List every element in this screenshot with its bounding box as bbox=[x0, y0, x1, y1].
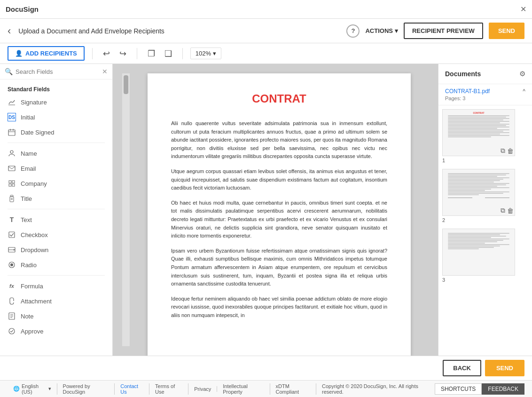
paste-button[interactable]: ❑ bbox=[162, 47, 175, 61]
globe-icon: 🌐 bbox=[13, 386, 20, 392]
field-note[interactable]: Note bbox=[0, 309, 112, 324]
field-label: Dropdown bbox=[21, 246, 48, 254]
field-label: Note bbox=[21, 313, 33, 320]
footer: 🌐 English (US) ▾ Powered by DocuSign Con… bbox=[0, 380, 532, 397]
thumbnail-3: 3 bbox=[442, 229, 528, 283]
left-sidebar: 🔍 ✕ Standard Fields Signature DS Initial bbox=[0, 64, 113, 356]
field-radio[interactable]: Radio bbox=[0, 257, 112, 272]
thumb-image-3[interactable] bbox=[442, 229, 515, 276]
add-recipients-button[interactable]: 👤 ADD RECIPIENTS bbox=[8, 46, 85, 61]
gear-icon[interactable]: ⚙ bbox=[519, 70, 525, 78]
feedback-button[interactable]: FEEDBACK bbox=[482, 383, 524, 395]
recipient-preview-button[interactable]: RECIPIENT PREVIEW bbox=[404, 23, 483, 39]
back-button[interactable]: ‹ bbox=[8, 25, 11, 37]
documents-title: Documents bbox=[445, 70, 481, 78]
checkbox-icon bbox=[8, 230, 16, 239]
zoom-control[interactable]: 102% ▾ bbox=[190, 48, 221, 59]
field-label: Company bbox=[21, 180, 47, 187]
close-icon[interactable]: ✕ bbox=[520, 5, 526, 14]
page-count: Pages: 3 bbox=[445, 95, 525, 101]
toolbar-divider-1 bbox=[92, 48, 93, 59]
field-dropdown[interactable]: Dropdown bbox=[0, 242, 112, 257]
paragraph-2: Utque aegrum corpus quassari etiam levib… bbox=[171, 167, 387, 192]
thumb-image-2[interactable]: ⧉ 🗑 bbox=[442, 169, 515, 216]
footer-copyright: Copyright © 2020 DocuSign, Inc. All righ… bbox=[316, 383, 435, 395]
thumb-number-1: 1 bbox=[442, 158, 528, 163]
date-icon bbox=[8, 128, 16, 136]
field-divider-3 bbox=[8, 275, 105, 276]
svg-rect-6 bbox=[8, 166, 15, 171]
svg-point-24 bbox=[9, 328, 15, 334]
footer-contact[interactable]: Contact Us bbox=[115, 383, 149, 395]
search-close-icon[interactable]: ✕ bbox=[102, 68, 108, 75]
help-button[interactable]: ? bbox=[346, 24, 360, 38]
svg-rect-15 bbox=[9, 232, 15, 238]
email-icon bbox=[8, 164, 16, 173]
title-icon bbox=[8, 194, 16, 203]
field-signature[interactable]: Signature bbox=[0, 95, 112, 110]
thumbnails-list: CONTRAT ⧉ bbox=[438, 105, 532, 356]
note-icon bbox=[8, 312, 16, 320]
field-name[interactable]: Name bbox=[0, 146, 112, 161]
doc-file-item: CONTRAT-B1.pdf ^ Pages: 3 bbox=[438, 84, 532, 105]
text-icon: T bbox=[8, 215, 16, 224]
file-name[interactable]: CONTRAT-B1.pdf bbox=[445, 88, 490, 95]
file-name-row: CONTRAT-B1.pdf ^ bbox=[445, 88, 525, 95]
copy-button[interactable]: ❐ bbox=[145, 47, 158, 61]
field-checkbox[interactable]: Checkbox bbox=[0, 227, 112, 242]
field-text[interactable]: T Text bbox=[0, 212, 112, 227]
scroll-track[interactable] bbox=[122, 73, 130, 346]
attachment-icon bbox=[8, 297, 16, 305]
footer-terms[interactable]: Terms of Use bbox=[149, 383, 188, 395]
thumb-content-3 bbox=[443, 229, 515, 275]
collapse-icon[interactable]: ^ bbox=[523, 88, 525, 95]
field-divider-1 bbox=[8, 143, 105, 143]
field-approve[interactable]: Approve bbox=[0, 324, 112, 339]
footer-ip[interactable]: Intellectual Property bbox=[217, 383, 270, 395]
back-button-bottom[interactable]: BACK bbox=[443, 360, 481, 376]
toolbar-divider-2 bbox=[137, 48, 137, 59]
send-button-top[interactable]: SEND bbox=[489, 23, 524, 39]
thumb-copy-1[interactable]: ⧉ bbox=[501, 147, 505, 155]
send-button-bottom[interactable]: SEND bbox=[485, 360, 524, 376]
title-bar-left: DocuSign bbox=[6, 5, 39, 13]
redo-button[interactable]: ↪ bbox=[117, 47, 129, 61]
actions-button[interactable]: ACTIONS ▾ bbox=[365, 27, 398, 34]
footer-privacy[interactable]: Privacy bbox=[188, 386, 217, 392]
field-date-signed[interactable]: Date Signed bbox=[0, 125, 112, 140]
initial-icon: DS bbox=[8, 113, 16, 121]
field-title[interactable]: Title bbox=[0, 191, 112, 206]
paragraph-4: Ipsam vero urbem Byzantiorum fuisse refe… bbox=[171, 247, 387, 288]
undo-button[interactable]: ↩ bbox=[100, 47, 113, 61]
thumbnail-1: CONTRAT ⧉ bbox=[442, 109, 528, 163]
main-area: 🔍 ✕ Standard Fields Signature DS Initial bbox=[0, 64, 532, 356]
shortcuts-button[interactable]: SHORTCUTS bbox=[435, 383, 482, 395]
field-label: Approve bbox=[21, 328, 43, 335]
footer-xdtm: xDTM Compliant bbox=[270, 383, 317, 395]
document-area: CONTRAT Alii nullo quaerente vultus seve… bbox=[113, 64, 438, 356]
section-title: Standard Fields bbox=[0, 83, 112, 95]
thumb-delete-2[interactable]: 🗑 bbox=[507, 207, 514, 214]
svg-rect-1 bbox=[8, 130, 15, 135]
add-recipients-icon: 👤 bbox=[15, 50, 23, 57]
name-icon bbox=[8, 149, 16, 158]
field-attachment[interactable]: Attachment bbox=[0, 294, 112, 309]
footer-lang-drop-icon: ▾ bbox=[48, 386, 51, 392]
search-input[interactable] bbox=[16, 68, 99, 75]
field-initial[interactable]: DS Initial bbox=[0, 110, 112, 125]
radio-icon bbox=[8, 261, 16, 269]
toolbar-divider-3 bbox=[182, 48, 183, 59]
field-company[interactable]: Company bbox=[0, 176, 112, 191]
thumb-delete-1[interactable]: 🗑 bbox=[507, 147, 514, 155]
thumb-image-1[interactable]: CONTRAT ⧉ bbox=[442, 109, 515, 156]
field-label: Signature bbox=[21, 99, 47, 106]
field-email[interactable]: Email bbox=[0, 161, 112, 176]
field-label: Email bbox=[21, 165, 36, 172]
field-formula[interactable]: fx Formula bbox=[0, 278, 112, 294]
paragraph-3: Ob haec et huius modi multa, quae cerneb… bbox=[171, 199, 387, 240]
thumb-copy-2[interactable]: ⧉ bbox=[501, 206, 505, 214]
svg-rect-7 bbox=[9, 181, 11, 183]
dropdown-icon bbox=[8, 246, 16, 254]
field-label: Title bbox=[21, 195, 32, 202]
footer-language[interactable]: 🌐 English (US) ▾ bbox=[8, 383, 57, 395]
